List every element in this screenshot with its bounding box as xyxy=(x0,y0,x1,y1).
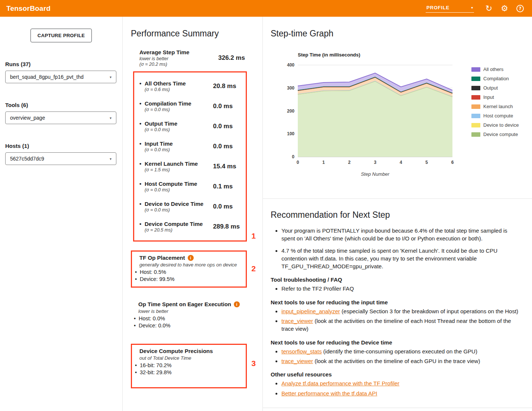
dashboard-selector[interactable]: PROFILE ▾ xyxy=(426,4,474,13)
tools-select[interactable]: overview_page ▾ xyxy=(5,111,116,124)
eager-device: Device: 0.0% xyxy=(134,322,245,329)
trace-viewer-link[interactable]: trace_viewer xyxy=(281,318,313,324)
reco-section-heading: Other useful resources xyxy=(271,371,523,378)
legend-label: Input xyxy=(483,94,494,100)
panel-bottom-divider xyxy=(263,408,532,408)
legend-label: Device compute xyxy=(483,132,518,137)
tools-label: Tools (6) xyxy=(5,102,116,108)
legend-item: Device to device xyxy=(471,122,519,128)
metric-row: Device Compute Time(σ = 20.5 ms) 289.8 m… xyxy=(134,217,243,237)
reco-section-device-time: Next tools to use for reducing the Devic… xyxy=(271,339,523,365)
legend-swatch xyxy=(471,95,480,100)
tools-group: Tools (6) overview_page ▾ xyxy=(5,102,116,124)
svg-text:4: 4 xyxy=(400,160,402,165)
annotation-box-2: TF Op Placement i generally desired to h… xyxy=(131,250,247,288)
eager-host: Host: 0.0% xyxy=(134,315,245,322)
tf-op-placement-note: generally desired to have more ops on de… xyxy=(139,262,242,268)
chevron-down-icon: ▾ xyxy=(110,116,112,120)
reco-item: Refer to the TF2 Profiler FAQ xyxy=(281,285,519,292)
hosts-label: Hosts (1) xyxy=(5,143,116,149)
metric-value: 15.4 ms xyxy=(213,163,242,170)
right-column: Step-time Graph Step Time (in millisecon… xyxy=(263,17,532,411)
metric-label: All Others Time xyxy=(139,80,213,87)
metric-value: 0.0 ms xyxy=(213,143,242,150)
chart-wrap: Step Time (in milliseconds) 010020030040… xyxy=(281,52,532,177)
info-icon[interactable]: i xyxy=(188,255,194,261)
recommendation-title: Recommendation for Next Step xyxy=(271,210,523,220)
reco-item: Analyze tf.data performance with the TF … xyxy=(281,379,519,387)
recommendation-bullets: Your program is POTENTIALLY input-bound … xyxy=(271,227,519,270)
gear-icon[interactable]: ⚙ xyxy=(498,2,511,15)
metric-value: 326.2 ms xyxy=(218,54,248,62)
performance-summary-panel: Performance Summary Average Step Time lo… xyxy=(123,17,263,411)
tfdata-performance-link[interactable]: Analyze tf.data performance with the TF … xyxy=(281,380,399,386)
reco-section-faq: Tool troubleshooting / FAQ Refer to the … xyxy=(271,276,523,292)
legend-swatch xyxy=(471,114,480,118)
app-header: TensorBoard PROFILE ▾ ↻ ⚙ ? xyxy=(0,0,532,17)
metric-label: Average Step Time xyxy=(139,49,218,55)
runs-select-value: bert_squad_8gpu_fp16_pvt_thd xyxy=(10,74,84,80)
metric-label: Device to Device Time xyxy=(139,201,213,207)
metric-row: Output Time(σ = 0.0 ms) 0.0 ms xyxy=(134,116,243,136)
main-layout: CAPTURE PROFILE Runs (37) bert_squad_8gp… xyxy=(0,17,532,411)
refresh-icon[interactable]: ↻ xyxy=(482,2,496,15)
metric-sigma: (σ = 20.5 ms) xyxy=(145,227,213,233)
tf-op-placement-host: Host: 0.5% xyxy=(135,269,242,276)
annotation-label-1: 1 xyxy=(251,232,256,240)
step-time-graph-panel: Step-time Graph Step Time (in millisecon… xyxy=(263,17,532,199)
reco-item: Better performance with the tf.data API xyxy=(281,389,519,397)
legend-swatch xyxy=(471,77,480,81)
metric-row: All Others Time(σ = 0.6 ms) 20.8 ms xyxy=(134,76,243,96)
eager-note: lower is better xyxy=(138,308,245,314)
reco-section-input-time: Next tools to use for reducing the input… xyxy=(271,299,523,333)
legend-label: Output xyxy=(483,85,498,91)
svg-text:200: 200 xyxy=(287,109,294,114)
chart-legend: All othersCompilationOutputInputKernel l… xyxy=(471,67,519,141)
sidebar: CAPTURE PROFILE Runs (37) bert_squad_8gp… xyxy=(0,17,123,411)
chevron-down-icon: ▾ xyxy=(110,75,112,79)
tensorflow-stats-link[interactable]: tensorflow_stats xyxy=(281,348,322,355)
legend-item: Input xyxy=(471,94,519,100)
legend-label: Host compute xyxy=(483,113,513,119)
legend-item: Host compute xyxy=(471,113,519,119)
runs-select[interactable]: bert_squad_8gpu_fp16_pvt_thd ▾ xyxy=(5,71,116,83)
step-time-graph-title: Step-time Graph xyxy=(271,29,532,39)
app-title: TensorBoard xyxy=(6,4,51,13)
metric-label: Host Compute Time xyxy=(139,181,213,187)
tf-op-placement-device: Device: 99.5% xyxy=(135,276,242,283)
svg-text:100: 100 xyxy=(287,131,294,136)
metric-note: lower is better xyxy=(139,56,218,61)
metric-value: 0.0 ms xyxy=(213,103,242,110)
reco-item: trace_viewer (look at the activities on … xyxy=(281,357,519,365)
legend-swatch xyxy=(471,132,480,137)
svg-text:1: 1 xyxy=(322,160,325,165)
reco-section-heading: Tool troubleshooting / FAQ xyxy=(271,276,523,283)
metric-sigma: (σ = 1.5 ms) xyxy=(145,167,213,172)
legend-label: Kernel launch xyxy=(483,104,513,109)
annotation-label-3: 3 xyxy=(251,359,256,368)
metric-row: Host Compute Time(σ = 0.0 ms) 0.1 ms xyxy=(134,177,243,197)
reco-item: input_pipeline_analyzer (especially Sect… xyxy=(281,307,519,315)
svg-text:2: 2 xyxy=(348,160,351,165)
metric-sigma: (σ = 0.0 ms) xyxy=(145,187,213,192)
capture-profile-button[interactable]: CAPTURE PROFILE xyxy=(30,29,92,42)
trace-viewer-link[interactable]: trace_viewer xyxy=(281,358,313,364)
tfdata-api-link[interactable]: Better performance with the tf.data API xyxy=(281,390,377,397)
help-icon[interactable]: ? xyxy=(513,2,527,15)
metric-sigma: (σ = 0.0 ms) xyxy=(145,127,213,132)
eager-execution-block: Op Time Spent on Eager Execution i lower… xyxy=(132,298,248,333)
metric-label: Kernel Launch Time xyxy=(139,161,213,167)
info-icon[interactable]: i xyxy=(234,301,240,307)
metric-row: Kernel Launch Time(σ = 1.5 ms) 15.4 ms xyxy=(134,156,243,177)
recommendation-bullet: Your program is POTENTIALLY input-bound … xyxy=(281,227,519,243)
svg-text:6: 6 xyxy=(451,160,454,165)
input-pipeline-analyzer-link[interactable]: input_pipeline_analyzer xyxy=(281,308,340,314)
recommendation-panel: Recommendation for Next Step Your progra… xyxy=(263,199,532,397)
hosts-select[interactable]: 5627c5dd7dc9 ▾ xyxy=(5,152,116,165)
svg-text:0: 0 xyxy=(292,154,294,159)
reco-section-heading: Next tools to use for reducing the Devic… xyxy=(271,339,523,346)
recommendation-bullet: 4.7 % of the total step time sampled is … xyxy=(281,247,519,271)
tools-select-value: overview_page xyxy=(10,115,45,121)
metric-value: 0.0 ms xyxy=(213,203,242,210)
metric-sigma: (σ = 0.0 ms) xyxy=(145,147,213,152)
